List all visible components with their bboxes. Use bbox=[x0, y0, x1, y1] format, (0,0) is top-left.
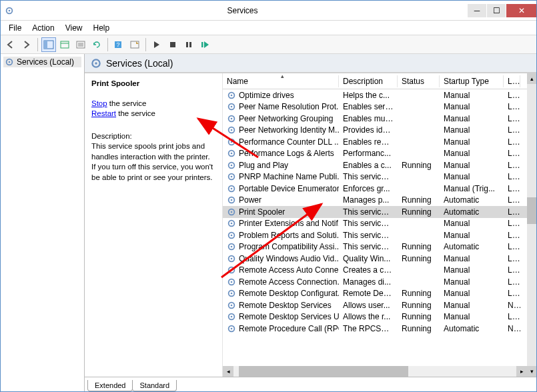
stop-link[interactable]: Stop bbox=[91, 99, 107, 107]
service-row[interactable]: Printer Extensions and Notif...This serv… bbox=[223, 218, 527, 230]
gear-icon bbox=[227, 91, 236, 100]
tab-extended[interactable]: Extended bbox=[87, 380, 133, 391]
restart-service-button[interactable] bbox=[197, 37, 212, 52]
service-row[interactable]: PowerManages p...RunningAutomaticLoc bbox=[223, 195, 527, 207]
cell-logon: Loc bbox=[504, 113, 520, 125]
cell-name: Print Spooler bbox=[239, 207, 285, 217]
service-row[interactable]: PNRP Machine Name Publi...This service .… bbox=[223, 171, 527, 183]
service-row[interactable]: Remote Desktop Services U...Allows the r… bbox=[223, 311, 527, 323]
action-sheet-button[interactable] bbox=[127, 37, 142, 52]
export-list-button[interactable] bbox=[73, 37, 88, 52]
scroll-right-icon[interactable]: ▸ bbox=[516, 366, 527, 377]
pause-service-button[interactable] bbox=[181, 37, 196, 52]
stop-service-button[interactable] bbox=[165, 37, 180, 52]
cell-status: Running bbox=[398, 206, 440, 218]
horizontal-scrollbar[interactable]: ◂ ▸ bbox=[223, 366, 527, 377]
cell-name: Peer Name Resolution Prot... bbox=[239, 102, 339, 111]
scroll-left-icon[interactable]: ◂ bbox=[223, 366, 233, 377]
vertical-scrollbar[interactable]: ▴ ▾ bbox=[527, 73, 536, 377]
cell-status bbox=[398, 105, 440, 108]
service-row[interactable]: Quality Windows Audio Vid...Quality Win.… bbox=[223, 253, 527, 265]
menu-view[interactable]: View bbox=[60, 22, 88, 34]
service-row[interactable]: Performance Logs & AlertsPerformanc...Ma… bbox=[223, 148, 527, 160]
gear-icon bbox=[227, 301, 236, 310]
svg-rect-4 bbox=[61, 41, 69, 48]
cell-status bbox=[398, 175, 440, 178]
service-row[interactable]: Remote Desktop ServicesAllows user...Run… bbox=[223, 299, 527, 311]
cell-description: Provides ide... bbox=[339, 124, 398, 136]
cell-startup: Automatic bbox=[440, 194, 504, 206]
svg-point-36 bbox=[231, 176, 233, 178]
cell-status: Running bbox=[398, 253, 440, 265]
minimize-button[interactable]: ─ bbox=[468, 4, 486, 17]
cell-name: Remote Access Auto Conne... bbox=[239, 265, 339, 275]
help-button[interactable]: ? bbox=[111, 37, 126, 52]
column-logon[interactable]: Log bbox=[504, 75, 520, 87]
cell-description: Creates a co... bbox=[339, 264, 398, 276]
scroll-up-icon[interactable]: ▴ bbox=[527, 73, 536, 84]
cell-name: PNRP Machine Name Publi... bbox=[239, 172, 339, 181]
service-row[interactable]: Peer Networking Identity M...Provides id… bbox=[223, 125, 527, 137]
service-row[interactable]: Remote Access Auto Conne...Creates a co.… bbox=[223, 265, 527, 277]
column-description[interactable]: Description bbox=[339, 75, 398, 87]
refresh-button[interactable] bbox=[89, 37, 104, 52]
cell-startup: Manual bbox=[440, 276, 504, 288]
tree-root-services-local[interactable]: Services (Local) bbox=[3, 57, 81, 67]
gear-icon bbox=[227, 242, 236, 251]
cell-startup: Manual bbox=[440, 136, 504, 148]
service-row[interactable]: Portable Device Enumerator...Enforces gr… bbox=[223, 183, 527, 195]
nav-back-button[interactable] bbox=[3, 37, 18, 52]
service-row[interactable]: Program Compatibility Assi...This servic… bbox=[223, 241, 527, 253]
show-hide-tree-button[interactable] bbox=[41, 37, 56, 52]
cell-description: This service ... bbox=[339, 241, 398, 253]
service-row[interactable]: Plug and PlayEnables a c...RunningManual… bbox=[223, 159, 527, 171]
menu-action[interactable]: Action bbox=[27, 22, 59, 34]
cell-logon: Loc bbox=[504, 276, 520, 288]
service-row[interactable]: Performance Counter DLL ...Enables rem..… bbox=[223, 136, 527, 148]
scrollbar-thumb[interactable] bbox=[239, 366, 408, 377]
gear-icon bbox=[90, 57, 102, 69]
service-row[interactable]: Remote Desktop Configurat...Remote Des..… bbox=[223, 288, 527, 300]
cell-status bbox=[398, 94, 440, 97]
service-row[interactable]: Remote Access Connection...Manages di...… bbox=[223, 276, 527, 288]
svg-point-52 bbox=[231, 269, 233, 271]
menu-file[interactable]: File bbox=[3, 22, 27, 34]
cell-description: The RPCSS ... bbox=[339, 323, 398, 335]
cell-description: Performanc... bbox=[339, 147, 398, 159]
service-row[interactable]: Remote Procedure Call (RPC)The RPCSS ...… bbox=[223, 323, 527, 335]
service-row[interactable]: Problem Reports and Soluti...This servic… bbox=[223, 229, 527, 241]
column-status[interactable]: Status bbox=[398, 75, 440, 87]
svg-point-40 bbox=[231, 199, 233, 201]
cell-status bbox=[398, 187, 440, 190]
service-row[interactable]: Peer Networking GroupingEnables mul...Ma… bbox=[223, 113, 527, 125]
cell-logon: Loc bbox=[504, 183, 520, 195]
cell-description: Enables serv... bbox=[339, 101, 398, 113]
svg-point-1 bbox=[9, 9, 11, 11]
scroll-down-icon[interactable]: ▾ bbox=[527, 366, 536, 377]
service-row[interactable]: Print SpoolerThis service ...RunningAuto… bbox=[223, 206, 527, 218]
maximize-button[interactable]: ☐ bbox=[487, 4, 506, 17]
tab-standard[interactable]: Standard bbox=[132, 380, 177, 391]
menu-help[interactable]: Help bbox=[88, 22, 115, 34]
gear-icon bbox=[227, 207, 236, 217]
cell-name: Remote Desktop Services U... bbox=[239, 312, 339, 321]
gear-icon bbox=[227, 161, 236, 170]
scrollbar-thumb[interactable] bbox=[527, 197, 536, 224]
service-row[interactable]: Peer Name Resolution Prot...Enables serv… bbox=[223, 101, 527, 113]
cell-logon: Net bbox=[504, 323, 520, 335]
cell-logon: Loc bbox=[504, 89, 520, 101]
properties-button[interactable] bbox=[57, 37, 72, 52]
restart-link[interactable]: Restart bbox=[91, 109, 116, 117]
service-row[interactable]: Optimize drivesHelps the c...ManualLoc bbox=[223, 89, 527, 101]
scrollbar-track[interactable] bbox=[233, 366, 516, 377]
svg-point-20 bbox=[95, 62, 97, 64]
nav-forward-button[interactable] bbox=[19, 37, 34, 52]
scrollbar-track[interactable] bbox=[527, 84, 536, 366]
start-service-button[interactable] bbox=[149, 37, 164, 52]
column-startup[interactable]: Startup Type bbox=[440, 75, 504, 87]
gear-icon bbox=[227, 172, 236, 181]
cell-logon: Loc bbox=[504, 194, 520, 206]
close-button[interactable]: ✕ bbox=[506, 4, 536, 17]
cell-startup: Manual bbox=[440, 147, 504, 159]
cell-description: Manages p... bbox=[339, 194, 398, 206]
